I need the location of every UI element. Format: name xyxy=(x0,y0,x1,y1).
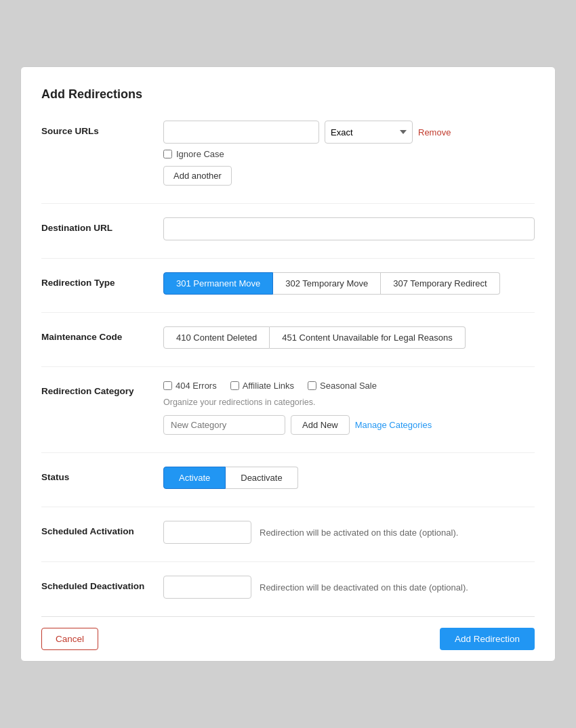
cancel-button[interactable]: Cancel xyxy=(41,628,98,650)
add-redirection-button[interactable]: Add Redirection xyxy=(440,628,535,650)
category-checkboxes: 404 Errors Affiliate Links Seasonal Sale xyxy=(163,381,535,391)
match-type-select[interactable]: Exact Regex Starts With End With xyxy=(325,121,413,144)
btn-410[interactable]: 410 Content Deleted xyxy=(163,326,270,349)
scheduled-activation-input[interactable] xyxy=(163,521,251,544)
divider-2 xyxy=(41,258,535,259)
maintenance-code-group: 410 Content Deleted 451 Content Unavaila… xyxy=(163,326,535,349)
page-title: Add Redirections xyxy=(41,87,535,102)
source-urls-label: Source URLs xyxy=(41,121,163,136)
redirection-type-row: Redirection Type 301 Permanent Move 302 … xyxy=(41,272,535,295)
source-url-input-row: Exact Regex Starts With End With Remove xyxy=(163,121,535,144)
scheduled-deactivation-hint: Redirection will be deactivated on this … xyxy=(260,582,468,593)
scheduled-activation-hint: Redirection will be activated on this da… xyxy=(260,528,458,538)
checkbox-seasonal-sale[interactable]: Seasonal Sale xyxy=(308,381,377,391)
checkbox-affiliate-links-input[interactable] xyxy=(230,381,239,390)
status-group: Activate Deactivate xyxy=(163,467,535,489)
redirection-type-group: 301 Permanent Move 302 Temporary Move 30… xyxy=(163,272,535,295)
scheduled-activation-row: Scheduled Activation Redirection will be… xyxy=(41,521,535,544)
ignore-case-checkbox[interactable] xyxy=(163,150,172,158)
scheduled-deactivation-input[interactable] xyxy=(163,576,251,599)
add-redirections-card: Add Redirections Source URLs Exact Regex… xyxy=(20,66,556,662)
btn-451[interactable]: 451 Content Unavailable for Legal Reason… xyxy=(270,326,466,349)
status-label: Status xyxy=(41,467,163,482)
source-url-input[interactable] xyxy=(163,121,319,144)
maintenance-code-label: Maintenance Code xyxy=(41,326,163,342)
activate-button[interactable]: Activate xyxy=(163,467,226,489)
add-new-category-button[interactable]: Add New xyxy=(291,415,350,435)
checkbox-404-errors-label: 404 Errors xyxy=(176,381,217,391)
scheduled-deactivation-row: Scheduled Deactivation Redirection will … xyxy=(41,576,535,599)
divider-4 xyxy=(41,366,535,367)
scheduled-activation-content: Redirection will be activated on this da… xyxy=(163,521,535,544)
destination-url-input[interactable] xyxy=(163,217,535,240)
manage-categories-link[interactable]: Manage Categories xyxy=(355,420,432,430)
ignore-case-label: Ignore Case xyxy=(176,149,224,159)
status-row: Status Activate Deactivate xyxy=(41,467,535,489)
divider-7 xyxy=(41,561,535,562)
btn-302[interactable]: 302 Temporary Move xyxy=(273,272,381,295)
checkbox-affiliate-links-label: Affiliate Links xyxy=(243,381,294,391)
maintenance-code-row: Maintenance Code 410 Content Deleted 451… xyxy=(41,326,535,349)
category-help-text: Organize your redirections in categories… xyxy=(163,398,535,407)
status-content: Activate Deactivate xyxy=(163,467,535,489)
maintenance-code-content: 410 Content Deleted 451 Content Unavaila… xyxy=(163,326,535,349)
add-another-button[interactable]: Add another xyxy=(163,166,232,186)
checkbox-seasonal-sale-input[interactable] xyxy=(308,381,316,390)
scheduled-activation-label: Scheduled Activation xyxy=(41,521,163,536)
divider-5 xyxy=(41,452,535,453)
checkbox-seasonal-sale-label: Seasonal Sale xyxy=(320,381,377,391)
checkbox-404-errors-input[interactable] xyxy=(163,381,172,390)
btn-301[interactable]: 301 Permanent Move xyxy=(163,272,273,295)
checkbox-404-errors[interactable]: 404 Errors xyxy=(163,381,217,391)
remove-button[interactable]: Remove xyxy=(418,127,451,137)
checkbox-affiliate-links[interactable]: Affiliate Links xyxy=(230,381,294,391)
redirection-category-row: Redirection Category 404 Errors Affiliat… xyxy=(41,381,535,435)
new-category-row: Add New Manage Categories xyxy=(163,415,535,435)
card-footer: Cancel Add Redirection xyxy=(41,616,535,661)
scheduled-activation-inputs: Redirection will be activated on this da… xyxy=(163,521,535,544)
redirection-category-label: Redirection Category xyxy=(41,381,163,396)
btn-307[interactable]: 307 Temporary Redirect xyxy=(381,272,500,295)
new-category-input[interactable] xyxy=(163,415,285,435)
scheduled-deactivation-inputs: Redirection will be deactivated on this … xyxy=(163,576,535,599)
destination-url-label: Destination URL xyxy=(41,217,163,233)
redirection-type-content: 301 Permanent Move 302 Temporary Move 30… xyxy=(163,272,535,295)
divider-3 xyxy=(41,312,535,313)
destination-url-content xyxy=(163,217,535,240)
divider-1 xyxy=(41,203,535,204)
scheduled-deactivation-label: Scheduled Deactivation xyxy=(41,576,163,591)
destination-url-row: Destination URL xyxy=(41,217,535,240)
redirection-category-content: 404 Errors Affiliate Links Seasonal Sale… xyxy=(163,381,535,435)
ignore-case-row: Ignore Case xyxy=(163,149,535,159)
deactivate-button[interactable]: Deactivate xyxy=(226,467,297,489)
scheduled-deactivation-content: Redirection will be deactivated on this … xyxy=(163,576,535,599)
redirection-type-label: Redirection Type xyxy=(41,272,163,288)
source-urls-content: Exact Regex Starts With End With Remove … xyxy=(163,121,535,186)
divider-6 xyxy=(41,507,535,507)
source-urls-row: Source URLs Exact Regex Starts With End … xyxy=(41,121,535,186)
